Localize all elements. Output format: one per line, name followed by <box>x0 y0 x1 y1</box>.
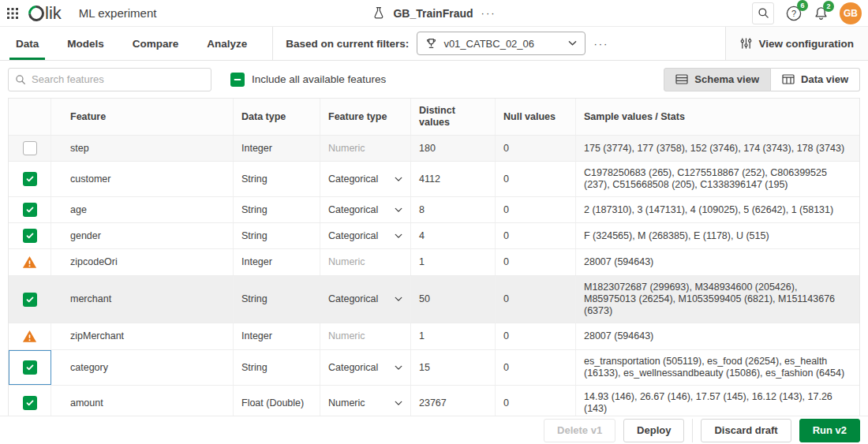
distinct-values: 1 <box>411 323 496 349</box>
distinct-values: 8 <box>411 197 496 222</box>
sample-values: F (324565), M (268385), E (1178), U (515… <box>576 223 859 248</box>
data-view-button[interactable]: Data view <box>771 68 860 91</box>
distinct-values: 4 <box>411 223 496 248</box>
header-distinct-values: Distinct values <box>411 99 496 135</box>
search-icon <box>15 74 26 85</box>
feature-type-select[interactable]: Categorical <box>328 293 402 305</box>
discard-draft-button[interactable]: Discard draft <box>701 419 791 442</box>
sample-values: 2 (187310), 3 (147131), 4 (109025), 5 (6… <box>576 197 859 222</box>
include-all-toggle[interactable]: Include all available features <box>230 73 386 87</box>
schema-view-icon <box>675 74 688 84</box>
tab-analyze[interactable]: Analyze <box>200 27 253 60</box>
feature-type-select[interactable]: Categorical <box>328 173 402 185</box>
null-values: 0 <box>496 323 576 349</box>
sample-values: 175 (3774), 177 (3758), 152 (3746), 174 … <box>576 136 859 161</box>
table-row: genderStringCategorical40F (324565), M (… <box>9 223 859 249</box>
feature-type-select[interactable]: Categorical <box>328 230 402 242</box>
include-all-label: Include all available features <box>252 73 386 85</box>
table-row: customerStringCategorical41120C197825068… <box>9 162 859 197</box>
header-sample-values: Sample values / Stats <box>576 99 859 135</box>
feature-name: zipMerchant <box>51 323 234 349</box>
data-type: String <box>234 276 320 323</box>
row-select-cell <box>9 136 51 161</box>
feature-type-cell: Categorical <box>320 223 411 248</box>
table-row: ageStringCategorical802 (187310), 3 (147… <box>9 197 859 223</box>
search-features-input[interactable] <box>32 73 204 85</box>
run-button[interactable]: Run v2 <box>799 419 860 442</box>
row-select-cell <box>9 276 51 323</box>
view-configuration-button[interactable]: View configuration <box>725 27 868 60</box>
footer-actions: Delete v1 Deploy Discard draft Run v2 <box>0 416 868 444</box>
null-values: 0 <box>496 249 576 275</box>
feature-checkbox-checked[interactable] <box>23 293 37 307</box>
sample-values: 28007 (594643) <box>576 323 859 349</box>
filters-label: Based on current filters: <box>286 38 409 50</box>
view-configuration-label: View configuration <box>758 38 854 50</box>
data-type: Integer <box>234 249 320 275</box>
notifications-badge: 2 <box>823 1 834 12</box>
feature-name: step <box>51 136 234 161</box>
header-select <box>9 99 51 135</box>
sample-values: C1978250683 (265), C1275518867 (252), C8… <box>576 162 859 196</box>
chevron-down-icon <box>395 204 402 216</box>
sample-values: es_transportation (505119), es_food (262… <box>576 350 859 385</box>
null-values: 0 <box>496 197 576 222</box>
distinct-values: 15 <box>411 350 496 385</box>
page-title: ML experiment <box>79 6 157 20</box>
warning-icon <box>22 329 37 344</box>
table-header-row: Feature Data type Feature type Distinct … <box>9 99 859 136</box>
row-select-cell <box>9 197 51 222</box>
notifications-button[interactable]: 2 <box>814 6 829 21</box>
feature-type-cell: Categorical <box>320 276 411 323</box>
tab-data[interactable]: Data <box>9 27 45 60</box>
chevron-down-icon <box>395 230 402 242</box>
delete-version-button[interactable]: Delete v1 <box>544 419 615 442</box>
feature-type-select[interactable]: Categorical <box>328 204 402 216</box>
qlik-logo-q <box>25 2 47 24</box>
features-table: Feature Data type Feature type Distinct … <box>8 98 860 444</box>
version-select[interactable]: v01_CATBC_02_06 <box>417 32 586 55</box>
feature-checkbox-unchecked[interactable] <box>23 141 37 155</box>
chevron-down-icon <box>395 293 402 305</box>
data-type: String <box>234 223 320 248</box>
global-search-button[interactable] <box>752 2 774 24</box>
feature-name: merchant <box>51 276 234 323</box>
feature-type-select[interactable]: Categorical <box>328 362 402 374</box>
table-row: categoryStringCategorical150es_transport… <box>9 350 859 386</box>
feature-checkbox-checked[interactable] <box>23 172 37 186</box>
help-button[interactable]: ? 6 <box>785 5 803 22</box>
data-type: Integer <box>234 323 320 349</box>
tab-compare[interactable]: Compare <box>126 27 185 60</box>
app-launcher-icon[interactable] <box>6 7 19 20</box>
view-toggle: Schema view Data view <box>664 68 860 91</box>
include-all-checkbox[interactable] <box>230 73 245 87</box>
qlik-logo-text: lik <box>45 6 62 21</box>
feature-checkbox-checked[interactable] <box>23 203 37 217</box>
deploy-button[interactable]: Deploy <box>623 419 684 442</box>
feature-type-cell: Categorical <box>320 197 411 222</box>
feature-checkbox-checked[interactable] <box>23 360 37 375</box>
feature-type-cell: Numeric <box>320 136 411 161</box>
distinct-values: 180 <box>411 136 496 161</box>
version-select-value: v01_CATBC_02_06 <box>443 38 562 50</box>
null-values: 0 <box>496 350 576 385</box>
chevron-down-icon <box>568 40 577 47</box>
warning-icon <box>22 255 37 270</box>
filters-more-button[interactable]: ··· <box>593 38 608 50</box>
table-row: merchantStringCategorical500M1823072687 … <box>9 276 859 323</box>
avatar[interactable]: GB <box>840 2 862 24</box>
experiment-more-button[interactable]: ··· <box>481 7 496 19</box>
header-data-type: Data type <box>234 99 320 135</box>
schema-view-button[interactable]: Schema view <box>664 68 771 91</box>
tab-models[interactable]: Models <box>61 27 110 60</box>
header-feature-type: Feature type <box>320 99 411 135</box>
feature-checkbox-checked[interactable] <box>23 396 37 410</box>
sample-values: 28007 (594643) <box>576 249 859 275</box>
feature-name: zipcodeOri <box>51 249 234 275</box>
feature-checkbox-checked[interactable] <box>23 229 37 243</box>
search-box <box>8 68 211 91</box>
feature-type-readonly: Numeric <box>328 330 365 342</box>
feature-type-select[interactable]: Numeric <box>328 397 402 409</box>
header-null-values: Null values <box>496 99 576 135</box>
feature-name: age <box>51 197 234 222</box>
